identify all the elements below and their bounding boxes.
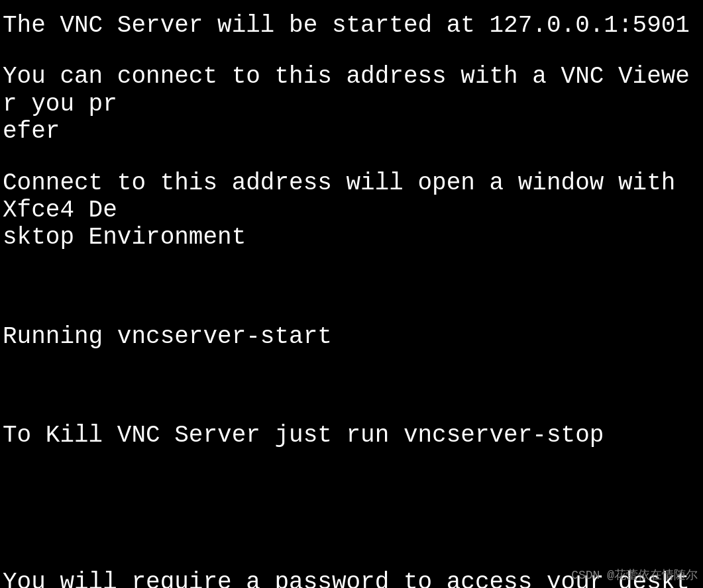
blank-line-7 (3, 374, 700, 398)
blank-line-5 (3, 299, 700, 323)
line-window-info-1: Connect to this address will open a wind… (3, 170, 700, 224)
blank-line-3 (3, 252, 700, 275)
line-window-info-2: sktop Environment (3, 224, 700, 251)
blank-line-10 (3, 473, 700, 497)
blank-line-1 (3, 39, 700, 63)
blank-line-6 (3, 350, 700, 374)
blank-line-2 (3, 146, 700, 170)
blank-line-4 (3, 275, 700, 299)
blank-line-11 (3, 497, 700, 521)
line-connect-info-1: You can connect to this address with a V… (3, 63, 700, 118)
blank-line-8 (3, 398, 700, 422)
blank-line-12 (3, 521, 700, 545)
line-running-vncserver: Running vncserver-start (3, 323, 700, 350)
blank-line-9 (3, 450, 700, 473)
line-vnc-server-address: The VNC Server will be started at 127.0.… (3, 12, 700, 39)
terminal-content: The VNC Server will be started at 127.0.… (0, 7, 703, 588)
watermark-text: CSDN @花蕾依在情随尔 (571, 567, 698, 583)
blank-line-13 (3, 545, 700, 569)
line-connect-info-2: efer (3, 118, 700, 145)
line-kill-vnc: To Kill VNC Server just run vncserver-st… (3, 422, 700, 449)
terminal-window: The VNC Server will be started at 127.0.… (0, 0, 703, 588)
